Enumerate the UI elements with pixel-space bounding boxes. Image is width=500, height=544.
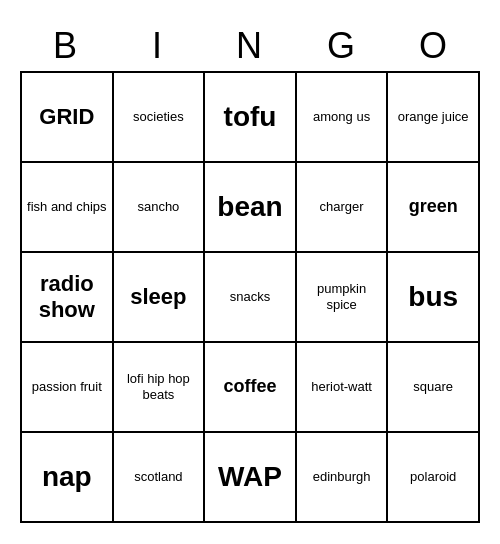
cell-text: radio show [26, 271, 108, 324]
bingo-cell: tofu [205, 73, 297, 163]
bingo-cell: polaroid [388, 433, 480, 523]
cell-text: among us [313, 109, 370, 125]
bingo-cell: edinburgh [297, 433, 389, 523]
bingo-cell: GRID [22, 73, 114, 163]
cell-text: square [413, 379, 453, 395]
cell-text: sleep [130, 284, 186, 310]
header-letter: N [204, 21, 296, 71]
bingo-cell: passion fruit [22, 343, 114, 433]
header-letter: B [20, 21, 112, 71]
bingo-cell: societies [114, 73, 206, 163]
cell-text: GRID [39, 104, 94, 130]
cell-text: polaroid [410, 469, 456, 485]
bingo-cell: WAP [205, 433, 297, 523]
bingo-cell: fish and chips [22, 163, 114, 253]
bingo-cell: sancho [114, 163, 206, 253]
bingo-header: BINGO [20, 21, 480, 71]
bingo-cell: green [388, 163, 480, 253]
cell-text: sancho [137, 199, 179, 215]
cell-text: charger [320, 199, 364, 215]
bingo-cell: heriot-watt [297, 343, 389, 433]
cell-text: snacks [230, 289, 270, 305]
cell-text: bean [217, 190, 282, 224]
bingo-cell: snacks [205, 253, 297, 343]
bingo-cell: among us [297, 73, 389, 163]
cell-text: bus [408, 280, 458, 314]
header-letter: O [388, 21, 480, 71]
bingo-cell: square [388, 343, 480, 433]
cell-text: WAP [218, 460, 282, 494]
bingo-cell: lofi hip hop beats [114, 343, 206, 433]
bingo-cell: nap [22, 433, 114, 523]
cell-text: scotland [134, 469, 182, 485]
cell-text: lofi hip hop beats [118, 371, 200, 402]
bingo-cell: sleep [114, 253, 206, 343]
cell-text: coffee [223, 376, 276, 398]
cell-text: fish and chips [27, 199, 107, 215]
cell-text: edinburgh [313, 469, 371, 485]
bingo-cell: pumpkin spice [297, 253, 389, 343]
cell-text: passion fruit [32, 379, 102, 395]
cell-text: nap [42, 460, 92, 494]
cell-text: orange juice [398, 109, 469, 125]
cell-text: societies [133, 109, 184, 125]
cell-text: pumpkin spice [301, 281, 383, 312]
cell-text: tofu [224, 100, 277, 134]
bingo-cell: charger [297, 163, 389, 253]
bingo-cell: scotland [114, 433, 206, 523]
cell-text: green [409, 196, 458, 218]
header-letter: I [112, 21, 204, 71]
bingo-grid: GRIDsocietiestofuamong usorange juicefis… [20, 71, 480, 523]
bingo-cell: bus [388, 253, 480, 343]
bingo-card: BINGO GRIDsocietiestofuamong usorange ju… [20, 21, 480, 523]
bingo-cell: coffee [205, 343, 297, 433]
bingo-cell: bean [205, 163, 297, 253]
header-letter: G [296, 21, 388, 71]
bingo-cell: radio show [22, 253, 114, 343]
bingo-cell: orange juice [388, 73, 480, 163]
cell-text: heriot-watt [311, 379, 372, 395]
